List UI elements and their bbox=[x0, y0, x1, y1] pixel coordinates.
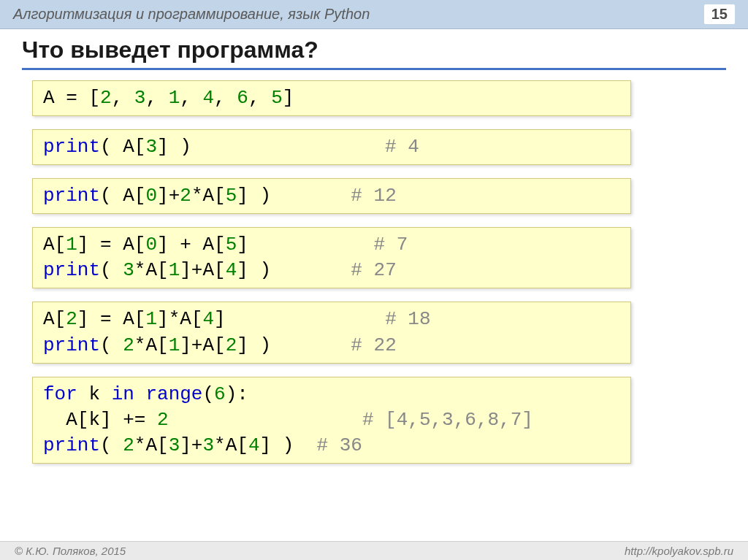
code-line: A[k] += 2 # [4,5,3,6,8,7] bbox=[43, 407, 620, 433]
code-comment: # 22 bbox=[351, 333, 396, 358]
code-text: A[1] = A[0] + A[5] bbox=[43, 232, 248, 258]
code-line: print( A[0]+2*A[5] ) # 12 bbox=[43, 183, 620, 209]
code-line: print( 2*A[1]+A[2] ) # 22 bbox=[43, 333, 620, 358]
code-line: print( A[3] ) # 4 bbox=[43, 134, 620, 160]
code-comment: # 4 bbox=[385, 134, 419, 160]
code-line: A[1] = A[0] + A[5] # 7 bbox=[43, 232, 620, 258]
code-line: A[2] = A[1]*A[4] # 18 bbox=[43, 307, 620, 332]
code-box-1: A = [2, 3, 1, 4, 6, 5] bbox=[32, 80, 631, 116]
code-text: print( A[3] ) bbox=[43, 134, 191, 160]
slide-content: Что выведет программа? A = [2, 3, 1, 4, … bbox=[0, 29, 748, 464]
code-text: A = [2, 3, 1, 4, 6, 5] bbox=[43, 85, 294, 111]
code-box-3: print( A[0]+2*A[5] ) # 12 bbox=[32, 178, 631, 214]
code-line: for k in range(6): bbox=[43, 382, 620, 407]
header-title: Алгоритмизация и программирование, язык … bbox=[13, 6, 370, 23]
code-comment: # 18 bbox=[385, 307, 430, 332]
code-text: A[2] = A[1]*A[4] bbox=[43, 307, 226, 332]
slide-header: Алгоритмизация и программирование, язык … bbox=[0, 0, 748, 29]
code-text: print( 2*A[3]+3*A[4] ) bbox=[43, 433, 294, 459]
code-comment: # 7 bbox=[374, 232, 408, 258]
code-line: print( 3*A[1]+A[4] ) # 27 bbox=[43, 258, 620, 283]
slide-footer: © К.Ю. Поляков, 2015 http://kpolyakov.sp… bbox=[0, 541, 748, 560]
code-box-4: A[1] = A[0] + A[5] # 7 print( 3*A[1]+A[4… bbox=[32, 227, 631, 288]
code-box-2: print( A[3] ) # 4 bbox=[32, 129, 631, 165]
code-line: print( 2*A[3]+3*A[4] ) # 36 bbox=[43, 433, 620, 459]
code-area: A = [2, 3, 1, 4, 6, 5] print( A[3] ) # 4… bbox=[22, 80, 726, 464]
code-text: print( 3*A[1]+A[4] ) bbox=[43, 258, 271, 283]
page-number: 15 bbox=[704, 4, 735, 24]
code-comment: # 12 bbox=[351, 183, 396, 209]
code-text: print( 2*A[1]+A[2] ) bbox=[43, 333, 271, 358]
code-text: for k in range(6): bbox=[43, 382, 248, 407]
code-text: print( A[0]+2*A[5] ) bbox=[43, 183, 271, 209]
code-line: A = [2, 3, 1, 4, 6, 5] bbox=[43, 85, 620, 111]
code-comment: # 27 bbox=[351, 258, 396, 283]
code-comment: # [4,5,3,6,8,7] bbox=[362, 407, 533, 433]
footer-copyright: © К.Ю. Поляков, 2015 bbox=[15, 545, 126, 557]
code-box-5: A[2] = A[1]*A[4] # 18 print( 2*A[1]+A[2]… bbox=[32, 302, 631, 363]
code-comment: # 36 bbox=[317, 433, 362, 459]
footer-url: http://kpolyakov.spb.ru bbox=[625, 545, 733, 557]
code-text: A[k] += 2 bbox=[43, 407, 169, 433]
slide-title: Что выведет программа? bbox=[22, 37, 726, 70]
code-box-6: for k in range(6): A[k] += 2 # [4,5,3,6,… bbox=[32, 377, 631, 464]
